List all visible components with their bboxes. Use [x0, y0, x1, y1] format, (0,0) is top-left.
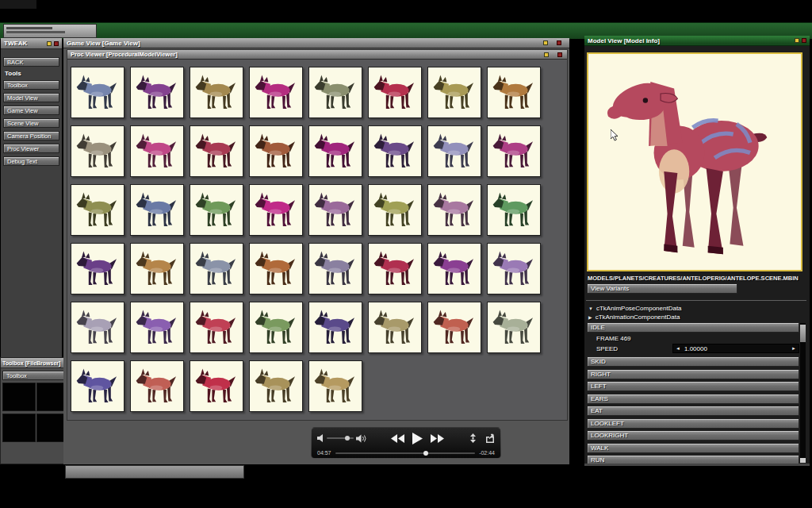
creature-thumbnail[interactable]: [427, 302, 481, 353]
game-view-titlebar[interactable]: Game View [Game View]: [63, 38, 569, 48]
creature-thumbnail[interactable]: [368, 67, 422, 118]
creature-thumbnail[interactable]: [308, 125, 362, 177]
creature-thumbnail[interactable]: [308, 184, 362, 236]
caret-expanded-icon[interactable]: ▼: [588, 306, 593, 311]
creature-thumbnail[interactable]: [130, 184, 184, 236]
rewind-button[interactable]: [391, 434, 404, 443]
model-viewport[interactable]: [587, 52, 802, 271]
close-icon[interactable]: [557, 40, 561, 45]
creature-thumbnail[interactable]: [487, 125, 541, 177]
sidebar-button-game-view[interactable]: Game View: [3, 106, 59, 115]
volume-mute-icon[interactable]: [317, 434, 324, 442]
creature-thumbnail[interactable]: [308, 302, 362, 353]
creature-thumbnail[interactable]: [71, 125, 124, 177]
creature-thumbnail[interactable]: [190, 360, 243, 412]
file-thumbnail[interactable]: [2, 383, 36, 411]
file-thumbnail[interactable]: [2, 414, 36, 442]
creature-thumbnail[interactable]: [368, 302, 422, 353]
creature-thumbnail[interactable]: [249, 243, 303, 294]
creature-thumbnail[interactable]: [427, 184, 481, 236]
tweak-titlebar[interactable]: TWEAK: [1, 38, 62, 49]
sidebar-button-model-view[interactable]: Model View: [3, 93, 59, 102]
creature-thumbnail[interactable]: [190, 125, 243, 177]
seek-bar[interactable]: [335, 452, 476, 454]
anim-button-skid[interactable]: SKID: [587, 356, 799, 367]
anim-button-left[interactable]: LEFT: [587, 381, 799, 391]
creature-thumbnail[interactable]: [427, 125, 481, 177]
anim-button-eat[interactable]: EAT: [587, 406, 799, 416]
creature-thumbnail[interactable]: [487, 184, 541, 236]
creature-thumbnail[interactable]: [130, 243, 184, 294]
sidebar-button-camera-position[interactable]: Camera Position: [3, 131, 59, 140]
anim-button-walk[interactable]: WALK: [587, 443, 799, 453]
sidebar-button-toolbox[interactable]: Toolbox: [3, 80, 59, 90]
toolbox-button[interactable]: Toolbox: [2, 371, 67, 380]
creature-thumbnail[interactable]: [487, 302, 541, 353]
volume-slider[interactable]: [327, 437, 354, 439]
resize-icon[interactable]: [469, 433, 477, 443]
creature-thumbnail[interactable]: [190, 67, 243, 118]
creature-thumbnail[interactable]: [368, 243, 422, 294]
creature-thumbnail[interactable]: [487, 67, 541, 118]
view-variants-button[interactable]: View Variants: [587, 283, 737, 294]
back-button[interactable]: BACK: [3, 57, 59, 67]
creature-thumbnail[interactable]: [190, 302, 243, 353]
close-icon[interactable]: [54, 41, 59, 46]
creature-thumbnail[interactable]: [190, 184, 243, 236]
creature-thumbnail[interactable]: [249, 125, 303, 177]
creature-thumbnail[interactable]: [71, 243, 124, 294]
creature-thumbnail[interactable]: [71, 302, 124, 353]
creature-thumbnail[interactable]: [130, 125, 184, 177]
creature-thumbnail[interactable]: [308, 243, 362, 294]
creature-thumbnail[interactable]: [427, 243, 481, 294]
creature-thumbnail[interactable]: [487, 243, 541, 294]
close-icon[interactable]: [802, 38, 806, 43]
scrollbar[interactable]: [800, 323, 806, 463]
minimize-icon[interactable]: [795, 38, 799, 43]
creature-thumbnail[interactable]: [130, 360, 184, 412]
anim-button-idle[interactable]: IDLE: [587, 322, 799, 333]
creature-thumbnail[interactable]: [130, 302, 184, 353]
creature-thumbnail[interactable]: [71, 184, 124, 236]
minimize-icon[interactable]: [544, 52, 549, 57]
collapsed-window[interactable]: [3, 24, 97, 38]
tree-item-animpose[interactable]: ▼ cTkAnimPoseComponentData: [588, 304, 682, 313]
creature-thumbnail[interactable]: [130, 67, 184, 118]
creature-thumbnail[interactable]: [308, 360, 362, 412]
sidebar-button-scene-view[interactable]: Scene View: [3, 118, 59, 128]
creature-thumbnail[interactable]: [249, 360, 303, 412]
scrollbar-thumb[interactable]: [800, 325, 806, 342]
creature-thumbnail[interactable]: [368, 125, 422, 177]
creature-thumbnail[interactable]: [190, 243, 243, 294]
spinner-left-icon[interactable]: ◄: [673, 346, 683, 351]
creature-thumbnail[interactable]: [249, 184, 303, 236]
creature-thumbnail[interactable]: [249, 302, 303, 353]
play-button[interactable]: [412, 433, 423, 444]
fast-forward-button[interactable]: [431, 434, 444, 443]
creature-thumbnail[interactable]: [249, 67, 303, 118]
anim-button-right[interactable]: RIGHT: [587, 369, 799, 379]
tree-item-animation[interactable]: ▶ cTkAnimationComponentData: [588, 313, 682, 321]
caret-collapsed-icon[interactable]: ▶: [588, 314, 592, 320]
proc-viewer-titlebar[interactable]: Proc Viewer [ProceduralModelViewer]: [67, 50, 567, 60]
anim-button-lookright[interactable]: LOOKRIGHT: [587, 430, 799, 441]
sidebar-button-debug-text[interactable]: Debug Text: [3, 156, 59, 166]
close-icon[interactable]: [557, 52, 562, 57]
model-view-titlebar[interactable]: Model View [Model Info]: [584, 36, 810, 46]
anim-button-lookleft[interactable]: LOOKLEFT: [587, 418, 799, 429]
share-icon[interactable]: [485, 433, 495, 443]
sidebar-button-proc-viewer[interactable]: Proc Viewer: [3, 144, 59, 153]
creature-thumbnail[interactable]: [368, 184, 422, 236]
volume-knob[interactable]: [345, 436, 350, 441]
volume-loud-icon[interactable]: [356, 434, 366, 443]
creature-thumbnail[interactable]: [427, 67, 481, 118]
speed-spinner[interactable]: ◄ 1.00000 ►: [672, 344, 799, 353]
seek-knob[interactable]: [423, 451, 428, 456]
minimize-icon[interactable]: [543, 40, 548, 45]
toolbox-titlebar[interactable]: Toolbox [FileBrowser]: [1, 358, 69, 368]
creature-thumbnail[interactable]: [308, 67, 362, 118]
anim-button-ears[interactable]: EARS: [587, 394, 799, 404]
spinner-right-icon[interactable]: ►: [789, 346, 799, 351]
creature-thumbnail[interactable]: [71, 67, 124, 118]
creature-thumbnail[interactable]: [71, 360, 124, 412]
